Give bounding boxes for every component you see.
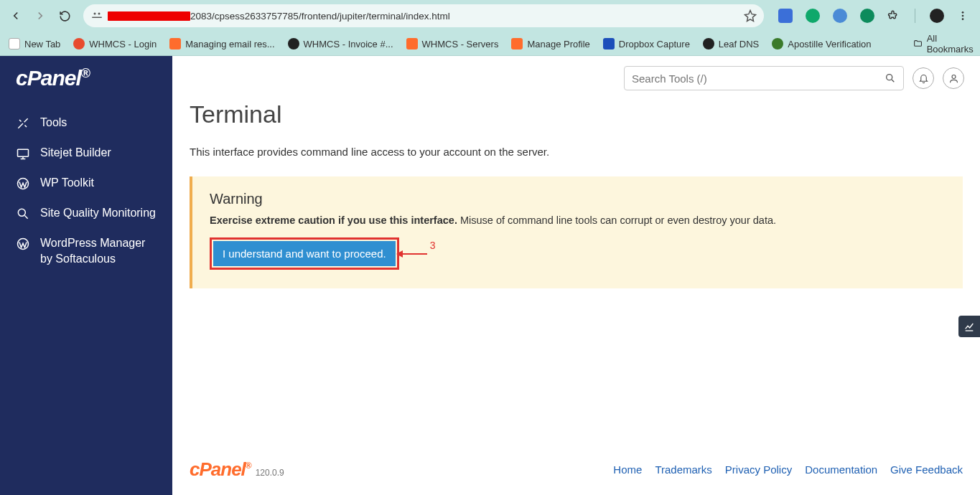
url-redacted (108, 11, 190, 21)
stats-tab[interactable] (958, 316, 980, 337)
sidebar-item-sitejet[interactable]: Sitejet Builder (0, 138, 172, 168)
sidebar-item-label: Sitejet Builder (40, 145, 111, 161)
back-button[interactable] (6, 6, 26, 26)
bookmark-item[interactable]: Apostille Verification (772, 38, 871, 50)
footer-logo: cPanel® (190, 458, 251, 481)
star-icon[interactable] (744, 9, 757, 22)
svg-point-10 (952, 75, 956, 78)
footer-links: Home Trademarks Privacy Policy Documenta… (613, 463, 963, 476)
sitejet-icon (16, 146, 30, 161)
sidebar-item-wptoolkit[interactable]: WP Toolkit (0, 168, 172, 198)
extension-icon[interactable] (860, 9, 874, 23)
forward-button[interactable] (30, 6, 50, 26)
bell-icon (918, 73, 929, 84)
user-button[interactable] (943, 67, 964, 89)
bookmark-item[interactable]: Manage Profile (511, 38, 589, 50)
sidebar-item-label: Tools (40, 115, 67, 131)
search-button[interactable] (877, 67, 903, 90)
user-icon (948, 73, 959, 84)
page-content: Terminal This interface provides command… (172, 100, 980, 448)
proceed-button[interactable]: I understand and want to proceed. (213, 241, 396, 266)
folder-icon (913, 38, 923, 50)
wordpress-icon (16, 176, 30, 191)
svg-rect-5 (18, 149, 29, 156)
footer-link-docs[interactable]: Documentation (805, 463, 877, 476)
extension-icon[interactable] (833, 9, 847, 23)
footer-link-feedback[interactable]: Give Feedback (890, 463, 963, 476)
svg-point-2 (962, 11, 964, 14)
extension-icon[interactable] (778, 9, 793, 23)
sidebar-item-site-quality[interactable]: Site Quality Monitoring (0, 198, 172, 228)
svg-point-3 (962, 15, 964, 17)
footer-version: 120.0.9 (256, 468, 284, 478)
svg-point-9 (887, 75, 892, 80)
search-tools[interactable] (624, 66, 904, 90)
sidebar-item-wp-manager[interactable]: WordPress Manager by Softaculous (0, 228, 172, 273)
sidebar: cPanel® Tools Sitejet Builder WP Toolkit… (0, 56, 172, 495)
reload-button[interactable] (55, 6, 75, 26)
footer-brand: cPanel® 120.0.9 (190, 458, 284, 481)
tools-icon (16, 116, 30, 131)
bookmarks-bar: New Tab WHMCS - Login Managing email res… (0, 32, 980, 56)
footer-link-home[interactable]: Home (613, 463, 642, 476)
footer: cPanel® 120.0.9 Home Trademarks Privacy … (172, 448, 980, 495)
url-bar[interactable]: 2083/cpsess2633757785/frontend/jupiter/t… (83, 4, 764, 27)
warning-box: Warning Exercise extreme caution if you … (190, 176, 963, 288)
site-info-icon[interactable] (90, 9, 103, 22)
search-icon (885, 72, 896, 84)
proceed-highlight: I understand and want to proceed. 3 (210, 237, 399, 270)
extensions-puzzle-icon[interactable] (887, 9, 900, 22)
bookmark-item[interactable]: WHMCS - Login (73, 38, 157, 50)
svg-point-4 (962, 18, 964, 20)
warning-text: Exercise extreme caution if you use this… (210, 214, 946, 226)
notifications-button[interactable] (913, 67, 934, 89)
kebab-menu-icon[interactable] (957, 10, 969, 22)
sidebar-item-label: WP Toolkit (40, 175, 94, 191)
bookmark-item[interactable]: WHMCS - Servers (406, 38, 499, 50)
chart-icon (963, 321, 975, 332)
footer-link-trademarks[interactable]: Trademarks (655, 463, 711, 476)
bookmark-item[interactable]: Managing email res... (169, 38, 274, 50)
profile-avatar[interactable] (930, 9, 944, 23)
page-description: This interface provides command line acc… (190, 146, 963, 158)
cpanel-app: cPanel® Tools Sitejet Builder WP Toolkit… (0, 56, 980, 495)
search-input[interactable] (625, 72, 877, 85)
cpanel-logo: cPanel® (0, 66, 172, 108)
sidebar-item-tools[interactable]: Tools (0, 108, 172, 138)
magnify-icon (16, 207, 30, 221)
warning-heading: Warning (210, 191, 946, 207)
wordpress-icon (16, 237, 30, 251)
browser-toolbar: 2083/cpsess2633757785/frontend/jupiter/t… (0, 0, 980, 32)
sidebar-item-label: Site Quality Monitoring (40, 205, 156, 221)
bookmark-item[interactable]: Leaf DNS (703, 38, 759, 50)
browser-chrome: 2083/cpsess2633757785/frontend/jupiter/t… (0, 0, 980, 56)
svg-point-0 (94, 13, 96, 15)
footer-link-privacy[interactable]: Privacy Policy (725, 463, 792, 476)
page-title: Terminal (190, 100, 963, 128)
separator (915, 9, 915, 23)
bookmark-item[interactable]: WHMCS - Invoice #... (288, 38, 393, 50)
url-text: 2083/cpsess2633757785/frontend/jupiter/t… (108, 11, 450, 22)
annotation-number: 3 (430, 240, 436, 251)
bookmark-item[interactable]: Dropbox Capture (603, 38, 690, 50)
svg-point-7 (18, 209, 25, 216)
extension-icon[interactable] (806, 9, 820, 23)
annotation-arrow: 3 (397, 248, 436, 260)
main-area: Terminal This interface provides command… (172, 56, 980, 495)
topbar (172, 56, 980, 100)
all-bookmarks[interactable]: All Bookmarks (913, 33, 976, 55)
extension-icons (773, 9, 974, 23)
svg-point-1 (98, 13, 101, 15)
bookmark-item[interactable]: New Tab (9, 38, 60, 50)
sidebar-item-label: WordPress Manager by Softaculous (40, 235, 157, 266)
